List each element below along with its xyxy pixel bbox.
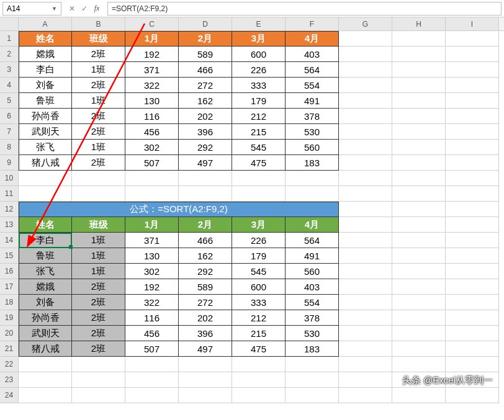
row-header-20[interactable]: 20: [0, 326, 19, 341]
table2-cell[interactable]: 116: [125, 310, 179, 326]
cell[interactable]: [446, 217, 499, 233]
cell[interactable]: [392, 310, 446, 326]
cell[interactable]: [392, 62, 446, 78]
cell[interactable]: [339, 109, 392, 124]
col-header-C[interactable]: C: [125, 17, 179, 30]
table2-cell[interactable]: 226: [232, 233, 286, 248]
cell[interactable]: [232, 186, 286, 202]
cell[interactable]: [446, 202, 499, 217]
cell[interactable]: [19, 186, 72, 202]
cell[interactable]: [19, 357, 72, 372]
table1-cell[interactable]: 130: [125, 93, 179, 109]
table2-cell[interactable]: 1班: [72, 233, 125, 248]
cell[interactable]: [392, 279, 446, 295]
table1-cell[interactable]: 202: [179, 109, 232, 124]
table2-cell[interactable]: 530: [286, 326, 339, 341]
cell[interactable]: [72, 388, 125, 403]
formula-banner[interactable]: 公式：=SORT(A2:F9,2): [19, 202, 339, 217]
cell[interactable]: [446, 264, 499, 279]
table2-cell[interactable]: 215: [232, 326, 286, 341]
cell[interactable]: [446, 78, 499, 93]
table1-cell[interactable]: 302: [125, 140, 179, 155]
cell[interactable]: [339, 140, 392, 155]
cell[interactable]: [179, 171, 232, 186]
table2-cell[interactable]: 403: [286, 279, 339, 295]
confirm-icon[interactable]: ✓: [79, 2, 90, 15]
cell[interactable]: [72, 171, 125, 186]
spreadsheet-grid[interactable]: A B C D E F G H I 1姓名班级1月2月3月4月2嫦娥2班1925…: [0, 17, 504, 403]
col-header-E[interactable]: E: [232, 17, 286, 30]
fx-icon[interactable]: fx: [91, 2, 102, 15]
row-header-14[interactable]: 14: [0, 233, 19, 248]
cell[interactable]: [125, 357, 179, 372]
table1-cell[interactable]: 215: [232, 124, 286, 140]
cell[interactable]: [339, 357, 392, 372]
cell[interactable]: [339, 124, 392, 140]
table1-cell[interactable]: 武则天: [19, 124, 72, 140]
table1-cell[interactable]: 2班: [72, 124, 125, 140]
table1-cell[interactable]: 孙尚香: [19, 109, 72, 124]
table1-cell[interactable]: 2班: [72, 47, 125, 62]
table1-header[interactable]: 姓名: [19, 31, 72, 47]
table1-cell[interactable]: 张飞: [19, 140, 72, 155]
cell[interactable]: [339, 388, 392, 403]
cell[interactable]: [392, 264, 446, 279]
cell[interactable]: [446, 279, 499, 295]
table1-cell[interactable]: 475: [232, 155, 286, 171]
cell[interactable]: [232, 171, 286, 186]
table1-cell[interactable]: 179: [232, 93, 286, 109]
table1-cell[interactable]: 猪八戒: [19, 155, 72, 171]
table1-cell[interactable]: 212: [232, 109, 286, 124]
cell[interactable]: [339, 31, 392, 47]
cell[interactable]: [446, 248, 499, 264]
table2-cell[interactable]: 202: [179, 310, 232, 326]
cell[interactable]: [286, 186, 339, 202]
cell[interactable]: [339, 248, 392, 264]
cell[interactable]: [392, 155, 446, 171]
table2-cell[interactable]: 武则天: [19, 326, 72, 341]
cell[interactable]: [286, 171, 339, 186]
table1-cell[interactable]: 刘备: [19, 78, 72, 93]
table1-header[interactable]: 3月: [232, 31, 286, 47]
cell[interactable]: [339, 171, 392, 186]
cell[interactable]: [72, 372, 125, 388]
table1-cell[interactable]: 371: [125, 62, 179, 78]
table1-cell[interactable]: 2班: [72, 78, 125, 93]
col-header-H[interactable]: H: [392, 17, 446, 30]
cell[interactable]: [72, 186, 125, 202]
col-header-F[interactable]: F: [286, 17, 339, 30]
cell[interactable]: [339, 279, 392, 295]
table1-cell[interactable]: 192: [125, 47, 179, 62]
table2-cell[interactable]: 1班: [72, 264, 125, 279]
col-header-D[interactable]: D: [179, 17, 232, 30]
cell[interactable]: [446, 62, 499, 78]
row-header-4[interactable]: 4: [0, 78, 19, 93]
table1-cell[interactable]: 589: [179, 47, 232, 62]
row-header-21[interactable]: 21: [0, 341, 19, 357]
table2-cell[interactable]: 378: [286, 310, 339, 326]
table2-cell[interactable]: 2班: [72, 326, 125, 341]
table1-cell[interactable]: 466: [179, 62, 232, 78]
table2-cell[interactable]: 2班: [72, 310, 125, 326]
cell[interactable]: [339, 295, 392, 310]
table2-cell[interactable]: 396: [179, 326, 232, 341]
formula-input[interactable]: =SORT(A2:F9,2): [107, 2, 502, 16]
cell[interactable]: [392, 47, 446, 62]
table2-cell[interactable]: 183: [286, 341, 339, 357]
row-header-3[interactable]: 3: [0, 62, 19, 78]
row-header-17[interactable]: 17: [0, 279, 19, 295]
row-header-13[interactable]: 13: [0, 217, 19, 233]
table1-cell[interactable]: 396: [179, 124, 232, 140]
cell[interactable]: [232, 357, 286, 372]
table1-header[interactable]: 4月: [286, 31, 339, 47]
cell[interactable]: [339, 62, 392, 78]
table2-header[interactable]: 4月: [286, 217, 339, 233]
table1-cell[interactable]: 333: [232, 78, 286, 93]
cell[interactable]: [446, 47, 499, 62]
table2-cell[interactable]: 130: [125, 248, 179, 264]
table2-cell[interactable]: 212: [232, 310, 286, 326]
table1-cell[interactable]: 507: [125, 155, 179, 171]
table1-cell[interactable]: 403: [286, 47, 339, 62]
table2-cell[interactable]: 466: [179, 233, 232, 248]
table1-cell[interactable]: 1班: [72, 62, 125, 78]
